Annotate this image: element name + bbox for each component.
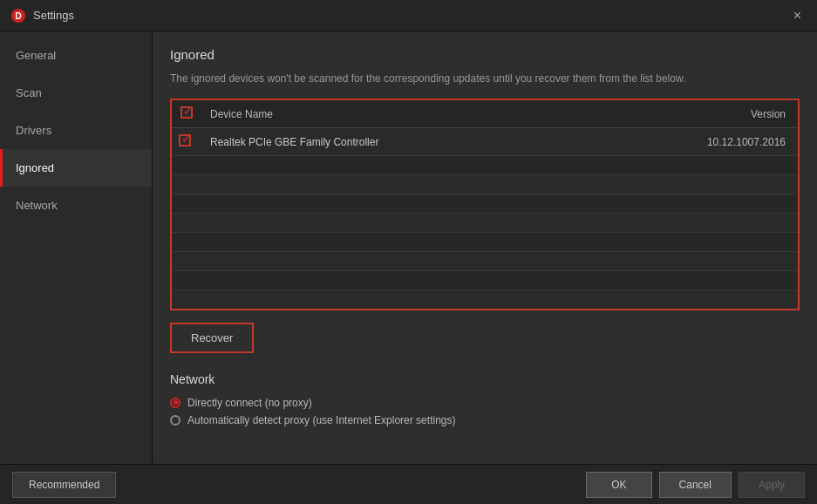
bottom-right: OK Cancel Apply (586, 472, 805, 498)
close-button[interactable]: × (788, 6, 807, 25)
apply-button: Apply (739, 472, 805, 498)
cancel-button[interactable]: Cancel (659, 472, 732, 498)
radio-direct-label: Directly connect (no proxy) (187, 397, 312, 409)
table-header-version: Version (589, 99, 799, 128)
table-row-empty (171, 214, 799, 233)
content-area: Ignored The ignored devices won't be sca… (153, 31, 817, 464)
table-row: Realtek PCIe GBE Family Controller 10.12… (171, 128, 799, 156)
row-device-name: Realtek PCIe GBE Family Controller (201, 128, 589, 156)
app-icon: D (10, 8, 26, 24)
row-checkbox[interactable] (179, 134, 191, 146)
radio-auto-icon (170, 415, 180, 426)
main-layout: General Scan Drivers Ignored Network Ign… (0, 31, 817, 464)
sidebar-item-general[interactable]: General (0, 37, 152, 74)
table-header-checkbox (171, 99, 201, 128)
row-version: 10.12.1007.2016 (589, 128, 799, 156)
row-checkbox-cell (171, 128, 201, 156)
recommended-button[interactable]: Recommended (12, 472, 116, 498)
svg-text:D: D (15, 11, 21, 21)
network-title: Network (170, 372, 800, 386)
table-row-empty (171, 271, 799, 290)
table-row-empty (171, 233, 799, 252)
recover-button[interactable]: Recover (170, 323, 254, 353)
radio-direct-icon (170, 398, 180, 408)
table-header-device: Device Name (201, 99, 589, 128)
title-bar: D Settings × (0, 0, 817, 31)
table-row-empty (171, 175, 799, 194)
table-row-empty (171, 252, 799, 271)
sidebar-item-network[interactable]: Network (0, 187, 152, 224)
sidebar-item-scan[interactable]: Scan (0, 74, 152, 112)
radio-auto-proxy[interactable]: Automatically detect proxy (use Internet… (170, 414, 800, 426)
device-table: Device Name Version Realtek PCIe GBE Fam… (170, 99, 800, 310)
bottom-left: Recommended (12, 472, 116, 498)
table-row-empty (171, 194, 799, 214)
ok-button[interactable]: OK (586, 472, 651, 498)
table-row-empty (171, 290, 799, 310)
table-row-empty (171, 156, 799, 175)
radio-direct-connect[interactable]: Directly connect (no proxy) (170, 397, 800, 409)
ignored-description: The ignored devices won't be scanned for… (170, 71, 800, 86)
radio-auto-label: Automatically detect proxy (use Internet… (187, 414, 455, 426)
ignored-title: Ignored (170, 47, 800, 62)
sidebar-item-drivers[interactable]: Drivers (0, 112, 152, 149)
select-all-checkbox[interactable] (180, 106, 193, 119)
bottom-bar: Recommended OK Cancel Apply (0, 464, 817, 504)
window-title: Settings (33, 9, 788, 22)
sidebar: General Scan Drivers Ignored Network (0, 31, 153, 464)
sidebar-item-ignored[interactable]: Ignored (0, 149, 152, 187)
